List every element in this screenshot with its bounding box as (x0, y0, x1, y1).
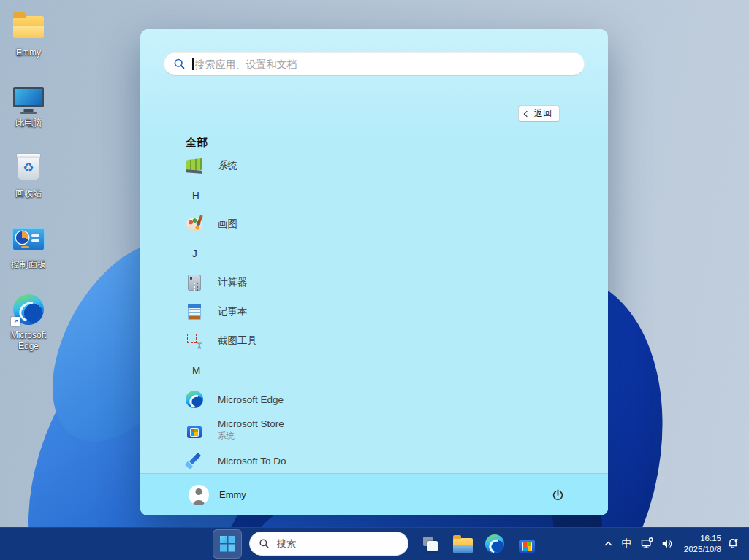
results-header: 全部 (186, 136, 208, 150)
chevron-up-icon (603, 538, 614, 549)
section-label: H (186, 190, 199, 201)
chevron-left-icon (524, 110, 530, 116)
ime-indicator[interactable]: 中 (617, 529, 636, 559)
desktop-icon-this-pc[interactable]: 此电脑 (1, 79, 56, 129)
desktop-icon-label: Microsoft Edge (1, 330, 56, 352)
search-input[interactable] (195, 58, 576, 70)
ime-label: 中 (622, 537, 632, 551)
volume-icon (660, 537, 674, 551)
desktop-icon-control-panel[interactable]: 控制面板 (1, 220, 56, 270)
panel-footer: Emmy (140, 473, 608, 515)
app-label: 记事本 (218, 305, 248, 318)
paint-icon (186, 215, 203, 233)
search-icon (173, 58, 186, 70)
network-button[interactable] (636, 529, 657, 559)
notepad-icon (186, 303, 203, 321)
app-label: 画图 (218, 218, 237, 231)
desktop-icon-label: Emmy (1, 47, 56, 58)
app-item-paint[interactable]: 画图 (186, 210, 579, 239)
taskbar-center: 搜索 (213, 527, 541, 560)
notification-bell-icon (726, 537, 740, 551)
user-avatar[interactable] (189, 485, 209, 505)
app-label: 截图工具 (218, 334, 257, 348)
desktop-icon-label: 此电脑 (1, 118, 56, 129)
control-panel-icon (12, 228, 45, 250)
search-icon (259, 538, 270, 549)
section-header-h: H (186, 180, 579, 210)
calculator-icon (186, 274, 203, 291)
recycle-bin-icon (18, 156, 39, 180)
app-item-edge[interactable]: Microsoft Edge (186, 385, 579, 414)
taskbar: 搜索 中 (0, 527, 749, 560)
app-item-calculator[interactable]: 计算器 (186, 268, 579, 297)
desktop-icon-recycle-bin[interactable]: 回收站 (1, 150, 56, 199)
folder-icon (13, 16, 44, 38)
app-label: Microsoft To Do (218, 456, 286, 467)
app-item-todo[interactable]: Microsoft To Do (186, 446, 579, 475)
panel-search-box[interactable] (164, 52, 585, 76)
desktop-screen: Emmy 此电脑 回收站 控制面板 Microsoft Edge 全部 (0, 0, 749, 560)
network-icon (639, 536, 655, 551)
app-label: 系统 (218, 159, 237, 172)
section-header-j: J (186, 239, 579, 268)
todo-icon (186, 452, 203, 469)
tray-clock[interactable]: 16:15 2025/10/8 (677, 533, 723, 554)
app-list: 系统 H 画图 J 计算器 记事本 截图工具 (186, 151, 579, 505)
notification-bell-button[interactable] (723, 529, 743, 559)
app-sublabel: 系统 (218, 431, 284, 442)
start-button[interactable] (213, 529, 242, 559)
edge-icon (485, 534, 504, 553)
system-icon (186, 157, 203, 174)
desktop-icon-emmy[interactable]: Emmy (1, 9, 56, 58)
app-label: Microsoft Store (218, 418, 284, 429)
snipping-tool-icon (186, 332, 203, 350)
tray-time: 16:15 (677, 533, 721, 544)
file-explorer-icon (453, 538, 473, 553)
back-button[interactable]: 返回 (518, 105, 560, 122)
file-explorer-button[interactable] (448, 529, 477, 559)
edge-icon (13, 294, 44, 325)
edge-button[interactable] (480, 529, 509, 559)
tray-overflow-button[interactable] (599, 529, 617, 559)
section-header-m: M (186, 356, 579, 385)
microsoft-store-button[interactable] (512, 529, 541, 559)
app-item-system[interactable]: 系统 (186, 151, 579, 180)
user-name: Emmy (219, 489, 246, 500)
this-pc-icon (13, 87, 44, 107)
desktop-icon-label: 控制面板 (1, 259, 56, 270)
shortcut-arrow-icon (11, 317, 20, 326)
power-button[interactable] (548, 486, 567, 505)
text-caret (192, 58, 194, 70)
edge-icon (186, 391, 203, 408)
system-tray: 中 16:15 (599, 527, 743, 560)
windows-start-icon (220, 536, 235, 551)
taskbar-search-box[interactable]: 搜索 (249, 532, 408, 556)
tray-date: 2025/10/8 (677, 544, 721, 555)
app-label: 计算器 (218, 276, 248, 289)
desktop-icon-edge[interactable]: Microsoft Edge (1, 291, 56, 352)
task-view-icon (422, 535, 439, 553)
task-view-button[interactable] (416, 529, 445, 559)
taskbar-search-label: 搜索 (277, 537, 296, 551)
section-label: J (186, 248, 197, 259)
app-label: Microsoft Edge (218, 394, 284, 405)
microsoft-store-icon (517, 534, 536, 553)
app-item-notepad[interactable]: 记事本 (186, 297, 579, 326)
volume-button[interactable] (657, 529, 677, 559)
section-label: M (186, 365, 200, 376)
back-button-label: 返回 (534, 107, 552, 120)
app-item-snipping-tool[interactable]: 截图工具 (186, 326, 579, 356)
app-item-microsoft-store[interactable]: Microsoft Store 系统 (186, 414, 579, 446)
microsoft-store-icon (186, 421, 203, 439)
start-search-panel: 全部 返回 系统 H 画图 J 计算器 (140, 29, 608, 515)
desktop-icon-label: 回收站 (1, 188, 56, 199)
power-icon (551, 488, 565, 502)
